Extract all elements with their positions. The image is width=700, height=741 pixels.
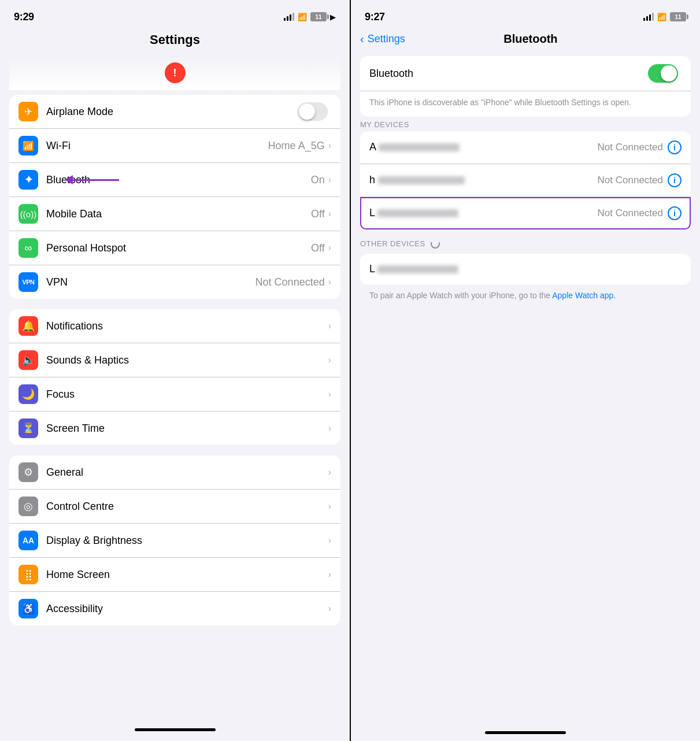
row-mobiledata[interactable]: ((o)) Mobile Data Off › [9,197,340,231]
back-chevron-icon: ‹ [360,32,364,46]
my-devices-header: MY DEVICES [351,117,700,131]
row-general[interactable]: ⚙ General › [9,455,340,490]
signal-bar-4 [292,13,294,21]
row-display[interactable]: AA Display & Brightness › [9,524,340,558]
battery-right: 11 [670,12,686,21]
notifications-icon: 🔔 [18,316,38,336]
bottom-scroll-area [0,718,350,741]
loading-spinner [430,239,440,249]
screentime-icon: ⏳ [18,418,38,438]
row-wifi[interactable]: 📶 Wi-Fi Home A_5G › [9,129,340,163]
time-right: 9:27 [365,11,385,23]
row-hotspot[interactable]: ∞ Personal Hotspot Off › [9,231,340,265]
sounds-icon: 🔈 [18,350,38,370]
hotspot-label: Personal Hotspot [46,242,311,254]
device-2-status: Not Connected [598,175,663,186]
row-focus[interactable]: 🌙 Focus › [9,377,340,412]
bluetooth-section: Bluetooth This iPhone is discoverable as… [360,56,691,117]
focus-icon: 🌙 [18,384,38,404]
hotspot-chevron: › [328,243,331,253]
device-2-info-button[interactable]: i [668,173,682,187]
other-devices-header-row: OTHER DEVICES [360,239,691,249]
bluetooth-label: Bluetooth [46,174,311,186]
back-label: Settings [368,33,405,45]
mobiledata-chevron: › [328,209,331,219]
status-icons-right: 📶 11 [643,12,686,21]
bluetooth-toggle[interactable] [648,64,678,83]
bluetooth-chevron: › [328,175,331,185]
accessibility-label: Accessibility [46,603,328,615]
status-icons-left: 📶 11 ▶ [284,12,336,21]
bluetooth-toggle-thumb [661,65,677,81]
other-device-row-1[interactable]: L [360,254,691,285]
my-devices-list: A Not Connected i h Not Connected i L No… [360,131,691,229]
row-screentime[interactable]: ⏳ Screen Time › [9,412,340,445]
signal-bar-r1 [643,18,645,21]
general-icon: ⚙ [18,462,38,482]
vpn-label: VPN [46,276,255,288]
accessibility-icon: ♿ [18,599,38,618]
other-device-1-name-blur [377,265,458,273]
wifi-chevron: › [328,140,331,151]
device-1-info-button[interactable]: i [668,140,682,154]
bluetooth-description: This iPhone is discoverable as "iPhone" … [360,91,691,117]
signal-bar-2 [287,16,288,21]
other-devices-list: L [360,254,691,285]
battery-left: 11 [310,12,327,21]
other-devices-header: OTHER DEVICES [351,235,700,251]
mobiledata-label: Mobile Data [46,208,311,220]
display-label: Display & Brightness [46,535,328,547]
settings-group-network: ✈ Airplane Mode 📶 Wi-Fi Home A_5G › ✦ Bl… [9,95,340,299]
sounds-label: Sounds & Haptics [46,354,328,366]
row-notifications[interactable]: 🔔 Notifications › [9,309,340,343]
signal-bar-r2 [646,16,648,21]
focus-label: Focus [46,388,328,401]
wifi-status-right-icon: 📶 [657,13,666,21]
settings-group-system: ⚙ General › ◎ Control Centre › AA Displa… [9,455,340,625]
row-controlcentre[interactable]: ◎ Control Centre › [9,490,340,524]
row-accessibility[interactable]: ♿ Accessibility › [9,592,340,625]
back-button[interactable]: ‹ Settings [360,32,405,46]
wifi-status-icon: 📶 [298,13,307,21]
right-panel: 9:27 📶 11 ‹ Settings Bluetooth Bluetooth [350,0,700,741]
row-homescreen[interactable]: ⣿ Home Screen › [9,558,340,592]
display-icon: AA [18,531,38,550]
status-bar-left: 9:29 📶 11 ▶ [0,0,350,30]
device-3-info-button[interactable]: i [668,206,682,220]
nav-title-right: Bluetooth [405,32,656,46]
apple-watch-link[interactable]: Apple Watch app. [552,291,616,300]
top-scroll-area: ! [9,55,340,90]
row-vpn[interactable]: VPN VPN Not Connected › [9,265,340,299]
device-row-3[interactable]: L Not Connected i [360,197,691,229]
apple-watch-note: To pair an Apple Watch with your iPhone,… [351,285,700,311]
signal-bar-r4 [652,13,654,21]
row-sounds[interactable]: 🔈 Sounds & Haptics › [9,343,340,377]
device-row-3-container: L Not Connected i [360,197,691,229]
time-left: 9:29 [14,11,34,23]
device-row-1[interactable]: A Not Connected i [360,131,691,164]
row-airplane[interactable]: ✈ Airplane Mode [9,95,340,129]
device-1-name: A [369,141,598,153]
signal-bars-left [284,13,294,21]
device-row-2[interactable]: h Not Connected i [360,164,691,197]
general-label: General [46,466,328,479]
focus-chevron: › [328,389,331,399]
other-device-1-name: L [369,263,682,275]
notification-badge: ! [165,62,186,83]
other-devices-label: OTHER DEVICES [360,239,425,248]
hotspot-icon: ∞ [18,238,38,258]
homescreen-chevron: › [328,569,331,580]
airplane-toggle[interactable] [298,102,328,121]
signal-bar-r3 [649,14,651,21]
bluetooth-toggle-row[interactable]: Bluetooth [360,56,691,91]
home-indicator-area-right [351,731,700,741]
device-1-name-blur [379,143,460,151]
device-2-name-blur [378,176,465,184]
controlcentre-label: Control Centre [46,501,328,513]
row-bluetooth[interactable]: ✦ Bluetooth On › [9,163,340,197]
apple-watch-note-text: To pair an Apple Watch with your iPhone,… [369,291,552,300]
homescreen-icon: ⣿ [18,565,38,584]
signal-bar-3 [290,14,291,21]
notifications-chevron: › [328,321,331,331]
mobiledata-icon: ((o)) [18,204,38,224]
